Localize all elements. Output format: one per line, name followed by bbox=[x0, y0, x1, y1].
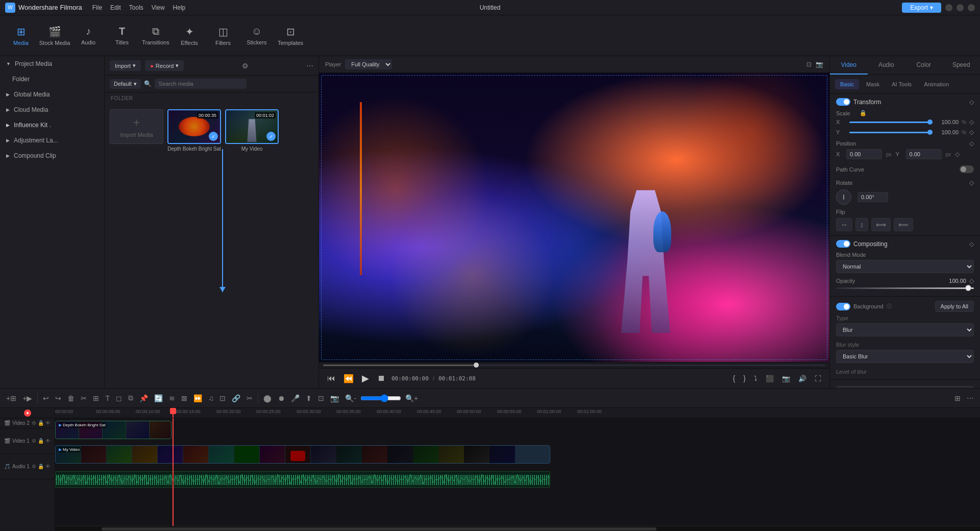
menu-edit[interactable]: Edit bbox=[110, 4, 121, 11]
media-item-depth-bokeh[interactable]: 00:00:35 ✓ Depth Bokeh Bright Sat bbox=[167, 109, 221, 152]
scale-y-keyframe-icon[interactable]: ◇ bbox=[969, 129, 974, 136]
tl-undo-button[interactable]: ↩ bbox=[41, 393, 51, 404]
media-more-button[interactable]: ⋯ bbox=[306, 62, 313, 70]
sub-tab-animation[interactable]: Animation bbox=[919, 79, 954, 89]
tl-zoom-in-button[interactable]: 🔍+ bbox=[403, 393, 420, 404]
media-item-my-video[interactable]: 00:01:02 ✓ My Video bbox=[225, 109, 279, 152]
compositing-toggle[interactable] bbox=[836, 240, 850, 248]
skip-back-button[interactable]: ⏮ bbox=[325, 373, 337, 384]
opacity-keyframe-icon[interactable]: ◇ bbox=[969, 277, 974, 284]
tool-templates[interactable]: ⊡ Templates bbox=[275, 19, 306, 52]
audio-ctrl-button[interactable]: 🔊 bbox=[796, 374, 808, 383]
timeline-scrollbar-thumb[interactable] bbox=[102, 527, 656, 530]
tl-record-button[interactable]: ⏺ bbox=[276, 393, 287, 404]
tl-redo-button[interactable]: ↪ bbox=[53, 393, 63, 404]
menu-tools[interactable]: Tools bbox=[129, 4, 143, 11]
fullscreen-icon[interactable]: ⊡ bbox=[806, 61, 812, 68]
tl-pin-button[interactable]: 📌 bbox=[137, 393, 150, 404]
overwrite-button[interactable]: ⬛ bbox=[764, 374, 776, 383]
tab-speed[interactable]: Speed bbox=[943, 56, 981, 75]
left-panel-influence-kit[interactable]: ▶ Influence Kit . bbox=[0, 117, 104, 133]
sub-tab-basic[interactable]: Basic bbox=[835, 79, 859, 89]
audio1-eye-icon[interactable]: 👁 bbox=[45, 464, 51, 469]
video1-clip[interactable]: ▶ My Video bbox=[55, 445, 550, 464]
record-button[interactable]: ● Record ▾ bbox=[145, 60, 184, 71]
tl-marker-button[interactable]: ⬤ bbox=[261, 393, 274, 404]
tool-media[interactable]: ⊞ Media bbox=[5, 19, 37, 52]
apply-to-all-button[interactable]: Apply to All bbox=[935, 301, 974, 312]
pos-x-input[interactable] bbox=[846, 149, 882, 159]
rotate-keyframe-icon[interactable]: ◇ bbox=[969, 179, 974, 186]
tl-ripple-button[interactable]: ≋ bbox=[167, 393, 177, 404]
rotate-dial[interactable] bbox=[836, 189, 851, 205]
compositing-keyframe-icon[interactable]: ◇ bbox=[969, 240, 974, 248]
pos-y-input[interactable] bbox=[906, 149, 942, 159]
background-info-icon[interactable]: ⓘ bbox=[887, 303, 892, 310]
snapshot-icon[interactable]: 📷 bbox=[816, 61, 823, 68]
maximize-button[interactable]: □ bbox=[957, 4, 964, 11]
tl-mask-button[interactable]: ◻ bbox=[114, 393, 124, 404]
video1-settings-icon[interactable]: ⚙ bbox=[32, 438, 36, 444]
rotate-value-input[interactable] bbox=[857, 192, 888, 202]
tl-extract-button[interactable]: ⬆ bbox=[304, 393, 314, 404]
tl-grid-button[interactable]: ⊞ bbox=[952, 393, 963, 404]
left-panel-folder[interactable]: Folder bbox=[0, 71, 104, 87]
audio1-clip[interactable] bbox=[55, 471, 550, 488]
blend-mode-select[interactable]: Normal Multiply Screen Overlay bbox=[836, 260, 974, 273]
step-back-button[interactable]: ⏪ bbox=[341, 373, 356, 384]
opacity-slider[interactable] bbox=[836, 287, 974, 289]
cut-out-button[interactable]: } bbox=[741, 373, 748, 383]
video2-eye-icon[interactable]: 👁 bbox=[45, 420, 51, 426]
video2-clip[interactable]: ▶ Depth Bokeh Bright Sat bbox=[55, 421, 172, 439]
left-panel-cloud-media[interactable]: ▶ Cloud Media bbox=[0, 102, 104, 117]
media-filter-button[interactable]: ⚙ bbox=[242, 62, 249, 70]
cut-in-button[interactable]: { bbox=[731, 373, 738, 383]
tab-color[interactable]: Color bbox=[905, 56, 943, 75]
video2-settings-icon[interactable]: ⚙ bbox=[32, 420, 36, 426]
flip-h2-button[interactable]: ⟺ bbox=[871, 218, 891, 231]
tl-more-button[interactable]: ⋯ bbox=[965, 393, 976, 404]
play-button[interactable]: ▶ bbox=[360, 372, 371, 385]
tl-group-button[interactable]: ⧉ bbox=[126, 392, 135, 404]
scale-x-slider[interactable] bbox=[849, 122, 933, 123]
tl-crop-button[interactable]: ⊠ bbox=[179, 393, 189, 404]
snapshot-ctrl-button[interactable]: 📷 bbox=[780, 374, 792, 383]
transform-keyframe-icon[interactable]: ◇ bbox=[969, 99, 974, 106]
left-panel-adjustment[interactable]: ▶ Adjustment La... bbox=[0, 133, 104, 148]
flip-horizontal-button[interactable]: ↔ bbox=[836, 218, 852, 231]
type-select[interactable]: Blur bbox=[836, 323, 974, 336]
quality-select[interactable]: Full Quality bbox=[345, 59, 392, 69]
scale-x-keyframe-icon[interactable]: ◇ bbox=[969, 118, 974, 126]
tl-clip-button[interactable]: ⊡ bbox=[217, 393, 228, 404]
tl-add-track-button[interactable]: +⊞ bbox=[4, 393, 18, 404]
position-keyframe-icon[interactable]: ◇ bbox=[969, 140, 974, 147]
minimize-button[interactable]: − bbox=[945, 4, 952, 11]
tool-audio[interactable]: ♪ Audio bbox=[72, 19, 104, 52]
tl-copy-button[interactable]: ⊞ bbox=[91, 393, 101, 404]
left-panel-project-media[interactable]: ▼ Project Media bbox=[0, 56, 104, 71]
flip-vertical-button[interactable]: ↕ bbox=[855, 218, 868, 231]
blur-style-select[interactable]: Basic Blur bbox=[836, 350, 974, 363]
default-dropdown[interactable]: Default ▾ bbox=[110, 79, 141, 89]
tl-scissors-button[interactable]: ✂ bbox=[244, 393, 255, 404]
tl-cut-button[interactable]: ✂ bbox=[79, 393, 89, 404]
stop-button[interactable]: ⏹ bbox=[375, 373, 387, 384]
tl-zoom-out-button[interactable]: 🔍- bbox=[343, 393, 358, 404]
tl-audio-button[interactable]: ♫ bbox=[206, 393, 216, 404]
video1-lock-icon[interactable]: 🔒 bbox=[38, 438, 44, 444]
tl-link-button[interactable]: 🔗 bbox=[230, 393, 242, 404]
left-panel-global-media[interactable]: ▶ Global Media bbox=[0, 87, 104, 102]
tab-audio[interactable]: Audio bbox=[868, 56, 905, 75]
tl-text-button[interactable]: T bbox=[103, 393, 112, 404]
video1-eye-icon[interactable]: 👁 bbox=[45, 438, 51, 444]
sub-tab-mask[interactable]: Mask bbox=[861, 79, 885, 89]
audio1-settings-icon[interactable]: ⚙ bbox=[32, 464, 36, 469]
close-button[interactable]: × bbox=[968, 4, 975, 11]
tl-speed-button[interactable]: ⏩ bbox=[191, 393, 204, 404]
tool-titles[interactable]: T Titles bbox=[106, 19, 138, 52]
background-toggle[interactable] bbox=[836, 303, 850, 310]
tool-stock-media[interactable]: 🎬 Stock Media bbox=[39, 19, 70, 52]
tl-magnet-button[interactable]: 🔄 bbox=[152, 393, 165, 404]
import-media-item[interactable]: + Import Media bbox=[110, 109, 163, 144]
tab-video[interactable]: Video bbox=[830, 56, 868, 75]
